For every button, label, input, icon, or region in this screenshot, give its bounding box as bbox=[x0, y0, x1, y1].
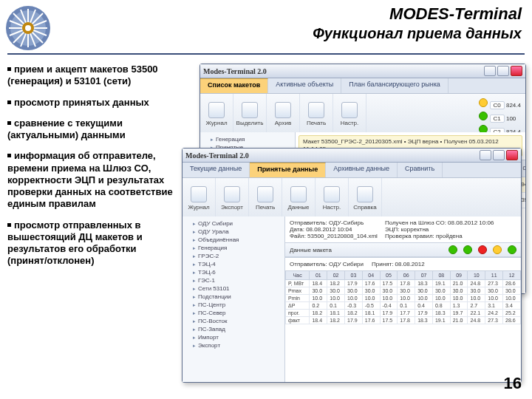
tree-node[interactable]: ПС-Восток bbox=[185, 317, 282, 325]
ribbon-button[interactable]: Архив bbox=[267, 94, 300, 134]
ribbon-button[interactable]: Настр. bbox=[333, 94, 366, 134]
grid-cell[interactable]: 0.2 bbox=[310, 302, 327, 310]
grid-cell[interactable]: 10.0 bbox=[380, 295, 398, 302]
grid-cell[interactable]: ΔP bbox=[286, 302, 310, 310]
tree-node[interactable]: Генерация bbox=[185, 244, 282, 252]
maximize-icon[interactable] bbox=[493, 150, 505, 160]
tree-node[interactable]: ТЭЦ-6 bbox=[185, 268, 282, 276]
ribbon-button[interactable]: Данные bbox=[282, 178, 316, 218]
ribbon-button[interactable]: Настр. bbox=[316, 178, 349, 218]
grid-cell[interactable]: 30.0 bbox=[345, 287, 363, 295]
grid-cell[interactable]: 10.0 bbox=[432, 295, 450, 302]
ribbon-button[interactable]: Журнал bbox=[183, 178, 216, 218]
grid-cell[interactable]: 3.4 bbox=[503, 302, 521, 310]
grid-cell[interactable]: 17.6 bbox=[362, 280, 380, 287]
table-row[interactable]: Pmax30.030.030.030.030.030.030.030.030.0… bbox=[286, 287, 521, 295]
grid-cell[interactable]: 17.6 bbox=[362, 317, 380, 324]
grid-cell[interactable]: 10.0 bbox=[398, 295, 415, 302]
tab[interactable]: Текущие данные bbox=[183, 163, 250, 177]
grid-cell[interactable]: 1.3 bbox=[450, 302, 468, 310]
grid-cell[interactable]: 10.0 bbox=[327, 295, 345, 302]
grid-cell[interactable]: 18.2 bbox=[310, 310, 327, 317]
tree-node[interactable]: Импорт bbox=[185, 333, 282, 341]
grid-cell[interactable]: 10.0 bbox=[468, 295, 485, 302]
grid-cell[interactable]: 17.8 bbox=[398, 280, 415, 287]
grid-cell[interactable]: 10.0 bbox=[345, 295, 363, 302]
grid-cell[interactable]: 3.1 bbox=[485, 302, 503, 310]
grid-cell[interactable]: 21.0 bbox=[450, 317, 468, 324]
grid-cell[interactable]: 17.5 bbox=[380, 317, 398, 324]
tree-node[interactable]: ГРЭС-2 bbox=[185, 252, 282, 260]
grid-cell[interactable]: 2.7 bbox=[468, 302, 485, 310]
grid-cell[interactable]: факт bbox=[286, 317, 310, 324]
grid-cell[interactable]: -0.4 bbox=[380, 302, 398, 310]
grid-cell[interactable]: 18.2 bbox=[327, 317, 345, 324]
grid-cell[interactable]: 17.5 bbox=[380, 280, 398, 287]
grid-cell[interactable]: 18.1 bbox=[362, 310, 380, 317]
table-row[interactable]: Pmin10.010.010.010.010.010.010.010.010.0… bbox=[286, 295, 521, 302]
grid-cell[interactable]: 17.7 bbox=[398, 310, 415, 317]
tree-panel[interactable]: ОДУ СибириОДУ УралаОбъединённаяГенерация… bbox=[183, 216, 285, 382]
grid-cell[interactable]: 19.1 bbox=[432, 280, 450, 287]
grid-cell[interactable]: 24.2 bbox=[485, 310, 503, 317]
grid-header[interactable]: 03 bbox=[345, 271, 363, 280]
tree-node[interactable]: ОДУ Урала bbox=[185, 228, 282, 236]
grid-cell[interactable]: 18.2 bbox=[345, 310, 363, 317]
ribbon-button[interactable]: Выделить bbox=[233, 94, 267, 134]
grid-cell[interactable]: 10.0 bbox=[362, 295, 380, 302]
grid-header[interactable]: 04 bbox=[362, 271, 380, 280]
grid-cell[interactable]: 18.2 bbox=[327, 280, 345, 287]
grid-cell[interactable]: 30.0 bbox=[310, 287, 327, 295]
close-icon[interactable] bbox=[511, 66, 522, 76]
tree-node[interactable]: Сети 53101 bbox=[185, 284, 282, 293]
grid-header[interactable]: 07 bbox=[415, 271, 433, 280]
grid-cell[interactable]: 30.0 bbox=[380, 287, 398, 295]
grid-cell[interactable]: 0.8 bbox=[432, 302, 450, 310]
grid-cell[interactable]: 30.0 bbox=[398, 287, 415, 295]
grid-cell[interactable]: Pmin bbox=[286, 295, 310, 302]
tree-node[interactable]: ПС-Запад bbox=[185, 325, 282, 333]
grid-cell[interactable]: 18.3 bbox=[415, 317, 433, 324]
tree-node[interactable]: ГЭС-1 bbox=[185, 276, 282, 284]
grid-header[interactable]: 08 bbox=[432, 271, 450, 280]
minimize-icon[interactable] bbox=[484, 66, 496, 76]
grid-cell[interactable]: 28.6 bbox=[503, 280, 521, 287]
grid-cell[interactable]: 18.1 bbox=[327, 310, 345, 317]
grid-cell[interactable]: прог. bbox=[286, 310, 310, 317]
grid-cell[interactable]: 18.3 bbox=[432, 310, 450, 317]
grid-cell[interactable]: 30.0 bbox=[327, 287, 345, 295]
grid-cell[interactable]: 30.0 bbox=[362, 287, 380, 295]
table-row[interactable]: прог.18.218.118.218.117.917.717.918.319.… bbox=[286, 310, 521, 317]
grid-cell[interactable]: -0.5 bbox=[362, 302, 380, 310]
grid-cell[interactable]: 30.0 bbox=[450, 287, 468, 295]
table-row[interactable]: P, МВт18.418.217.917.617.517.818.319.121… bbox=[286, 280, 521, 287]
tab[interactable]: Активные объекты bbox=[268, 78, 341, 93]
tree-node[interactable]: ПС-Центр bbox=[185, 301, 282, 309]
grid-cell[interactable]: 17.9 bbox=[345, 280, 363, 287]
grid-header[interactable]: 11 bbox=[485, 271, 503, 280]
grid-cell[interactable]: 18.3 bbox=[415, 280, 433, 287]
grid-cell[interactable]: 17.8 bbox=[398, 317, 415, 324]
grid-cell[interactable]: 10.0 bbox=[503, 295, 521, 302]
grid-cell[interactable]: 27.3 bbox=[485, 280, 503, 287]
ribbon-button[interactable]: Журнал bbox=[200, 94, 233, 134]
grid-cell[interactable]: Pmax bbox=[286, 287, 310, 295]
grid-header[interactable]: 02 bbox=[327, 271, 345, 280]
tree-node[interactable]: ОДУ Сибири bbox=[185, 219, 282, 228]
tab[interactable]: Список макетов bbox=[200, 78, 268, 93]
grid-header[interactable]: 01 bbox=[310, 271, 327, 280]
tab[interactable]: Принятые данные bbox=[250, 163, 326, 177]
tree-node[interactable]: Объединённая bbox=[185, 236, 282, 244]
grid-header[interactable]: 06 bbox=[398, 271, 415, 280]
tree-node[interactable]: Экспорт bbox=[185, 341, 282, 349]
tree-node[interactable]: Подстанции bbox=[185, 293, 282, 301]
grid-cell[interactable]: 25.2 bbox=[503, 310, 521, 317]
grid-cell[interactable]: 30.0 bbox=[468, 287, 485, 295]
grid-cell[interactable]: 28.6 bbox=[503, 317, 521, 324]
ribbon-button[interactable]: Справка bbox=[349, 178, 382, 218]
grid-header[interactable]: Час bbox=[286, 271, 310, 280]
grid-cell[interactable]: 10.0 bbox=[450, 295, 468, 302]
tree-node[interactable]: Генерация bbox=[203, 135, 292, 143]
grid-cell[interactable]: 17.9 bbox=[345, 317, 363, 324]
grid-header[interactable]: 05 bbox=[380, 271, 398, 280]
